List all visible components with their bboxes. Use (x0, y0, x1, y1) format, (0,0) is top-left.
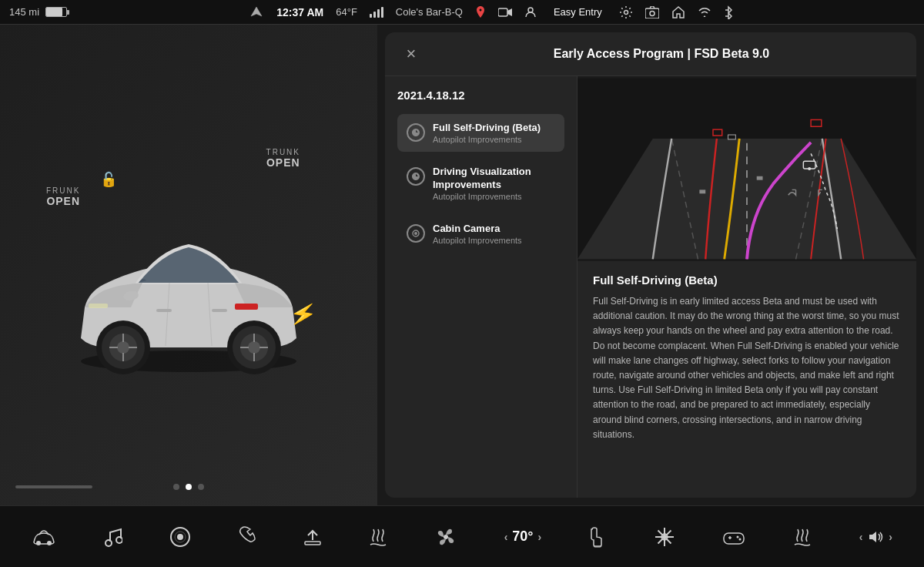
left-panel: FRUNK OPEN 🔓 TRUNK OPEN (0, 25, 377, 505)
mileage-display: 145 mi (9, 6, 39, 18)
fan-icon (435, 526, 457, 548)
trunk-value: OPEN (266, 156, 300, 169)
svg-point-6 (650, 11, 654, 15)
svg-marker-2 (507, 8, 512, 16)
svg-rect-32 (212, 309, 227, 312)
right-panel: × Early Access Program | FSD Beta 9.0 20… (377, 25, 924, 505)
cabin-item-icon (407, 224, 425, 243)
camera-icon[interactable] (498, 7, 512, 18)
dot-2[interactable] (186, 484, 192, 490)
dvi-item-text: Driving Visualization Improvements Autop… (433, 166, 555, 201)
account-icon[interactable] (524, 6, 537, 18)
temp-down-button[interactable]: ‹ (504, 531, 508, 543)
taskbar-upload-button[interactable] (294, 520, 331, 554)
dialog-title: Early Access Program | FSD Beta 9.0 (422, 47, 901, 61)
fsd-detail-text: Full Self-Driving is in early limited ac… (593, 294, 901, 442)
svg-point-50 (116, 537, 122, 543)
fsd-item-name: Full Self-Driving (Beta) (433, 122, 541, 135)
status-bar-left: 145 mi (9, 6, 67, 18)
trunk-title: TRUNK (266, 148, 300, 156)
svg-rect-54 (305, 542, 320, 545)
fsd-detail: Full Self-Driving (Beta) Full Self-Drivi… (578, 76, 916, 498)
dialog-header: × Early Access Program | FSD Beta 9.0 (385, 32, 916, 76)
svg-rect-45 (699, 190, 705, 193)
time-display: 12:37 AM (276, 6, 323, 18)
temp-up-button[interactable]: › (538, 531, 542, 543)
update-item-fsd[interactable]: Full Self-Driving (Beta) Autopilot Impro… (397, 114, 564, 152)
update-item-cabin[interactable]: Cabin Camera Autopilot Improvements (397, 215, 564, 253)
snapshot-icon[interactable] (645, 6, 659, 18)
restaurant-name: Cole's Bar-B-Q (396, 6, 463, 18)
dot-1[interactable] (173, 484, 179, 490)
games-icon (722, 528, 745, 545)
easy-entry-button[interactable]: Easy Entry (549, 5, 607, 19)
taskbar-phone-button[interactable] (229, 520, 265, 554)
page-dots (173, 484, 204, 490)
svg-point-4 (624, 10, 628, 14)
dialog-body: 2021.4.18.12 Full Self-Driving (Beta) Au… (385, 76, 916, 498)
battery-bar (45, 7, 67, 17)
taskbar-heat-left-button[interactable] (360, 520, 397, 554)
taskbar-music-button[interactable] (95, 520, 132, 554)
climate-icon (654, 526, 675, 548)
dvi-item-name: Driving Visualization Improvements (433, 166, 555, 192)
taskbar-climate-button[interactable] (644, 520, 685, 554)
taskbar-seat-left-button[interactable] (580, 520, 615, 554)
close-button[interactable]: × (400, 43, 422, 65)
easy-entry-label: Easy Entry (554, 6, 602, 18)
battery-indicator (45, 7, 67, 17)
volume-icon (867, 528, 884, 545)
svg-rect-31 (156, 309, 172, 312)
svg-point-44 (808, 167, 811, 170)
heat-right-icon (793, 526, 812, 548)
home-icon[interactable] (671, 5, 685, 19)
road-visualization-svg (578, 76, 916, 261)
wifi-icon (698, 7, 711, 18)
update-item-dvi[interactable]: Driving Visualization Improvements Autop… (397, 158, 564, 209)
update-dialog: × Early Access Program | FSD Beta 9.0 20… (385, 32, 916, 498)
main-area: FRUNK OPEN 🔓 TRUNK OPEN (0, 25, 924, 505)
taskbar-media-button[interactable] (160, 520, 200, 554)
car-icon (32, 528, 56, 545)
vol-up-button[interactable]: › (889, 531, 892, 543)
fsd-detail-title: Full Self-Driving (Beta) (593, 273, 901, 287)
media-icon (169, 526, 191, 548)
taskbar-car-button[interactable] (22, 522, 65, 552)
svg-point-65 (739, 538, 742, 540)
settings-icon[interactable] (619, 5, 633, 19)
vol-down-button[interactable]: ‹ (859, 531, 863, 543)
svg-rect-1 (498, 8, 507, 16)
trunk-status: TRUNK OPEN (266, 148, 300, 169)
taskbar-fan-button[interactable] (426, 520, 466, 554)
seat-left-icon (589, 526, 606, 548)
svg-point-15 (117, 341, 129, 354)
svg-point-55 (444, 535, 448, 539)
svg-point-49 (105, 540, 112, 546)
fsd-visualization (578, 76, 916, 261)
svg-rect-46 (757, 176, 763, 180)
dot-3[interactable] (198, 484, 204, 490)
svg-point-64 (737, 535, 739, 538)
upload-icon (303, 526, 322, 548)
temp-display: 64°F (336, 6, 357, 18)
svg-rect-28 (235, 304, 258, 310)
fsd-description-panel: Full Self-Driving (Beta) Full Self-Drivi… (578, 261, 916, 455)
status-bar-center: 12:37 AM 64°F Cole's Bar-B-Q Easy Entry (67, 5, 915, 20)
cabin-item-category: Autopilot Improvements (433, 236, 522, 245)
fsd-item-icon (407, 123, 425, 142)
tesla-car-svg: ⚡ (42, 176, 335, 377)
status-bar: 145 mi 12:37 AM 64°F Cole's Bar-B-Q (0, 0, 924, 25)
temp-display: ‹ 70° › (504, 528, 542, 545)
music-icon (104, 526, 122, 548)
taskbar-games-button[interactable] (713, 522, 755, 552)
taskbar-heat-right-button[interactable] (784, 520, 821, 554)
update-list: 2021.4.18.12 Full Self-Driving (Beta) Au… (385, 76, 578, 498)
nav-icon[interactable] (249, 5, 264, 20)
svg-point-35 (414, 232, 417, 235)
signal-bars (370, 7, 383, 18)
bluetooth-icon[interactable] (724, 5, 733, 19)
svg-rect-5 (645, 8, 659, 18)
temp-value: 70° (512, 528, 533, 545)
svg-point-19 (248, 341, 260, 354)
svg-point-47 (36, 541, 41, 545)
